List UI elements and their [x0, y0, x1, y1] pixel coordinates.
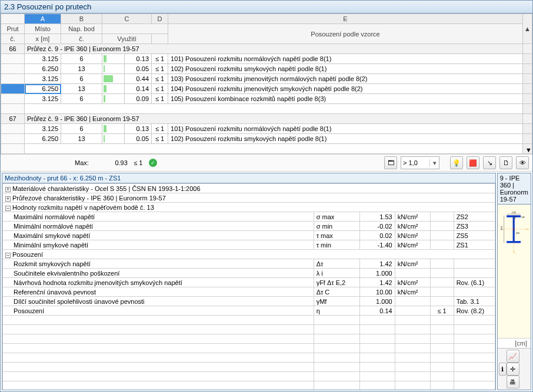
- group-row-66[interactable]: 66 Průřez č. 9 - IPE 360 | Euronorm 19-5…: [1, 44, 532, 54]
- hdr-napbod: Nap. bod: [61, 24, 102, 34]
- print-button[interactable]: 🖶: [507, 376, 519, 388]
- filter-combo[interactable]: ▾: [401, 156, 439, 169]
- detail-title: Mezihodnoty - prut 66 - x: 6.250 m - ZS1: [2, 173, 495, 183]
- cross-section-view[interactable]: y z 17.00 36.00 1.27 1.80 0.80: [498, 205, 531, 338]
- svg-text:0.80: 0.80: [516, 232, 519, 234]
- table-row[interactable]: 3.12560.13≤ 1101) Posouzení rozkmitu nor…: [1, 124, 532, 134]
- eye-button[interactable]: 👁: [516, 156, 529, 169]
- detail-row[interactable]: Dílčí součinitel spolehlivosti únavové p…: [3, 297, 495, 306]
- group-row-67[interactable]: 67 Průřez č. 9 - IPE 360 | Euronorm 19-5…: [1, 114, 532, 124]
- svg-text:1.80: 1.80: [521, 216, 525, 219]
- table-row[interactable]: 3.12560.44≤ 1103) Posouzení rozkmitu jme…: [1, 74, 532, 84]
- detail-row[interactable]: Maximální smykové napětíτ max0.02kN/cm²Z…: [3, 231, 495, 240]
- detail-row[interactable]: Rozkmit smykových napětíΔτ1.42kN/cm²: [3, 259, 495, 269]
- collapse-icon[interactable]: −: [5, 206, 11, 211]
- detail-row[interactable]: Posouzeníη0.14≤ 1Rov. (8.2): [3, 306, 495, 316]
- table-row[interactable]: 6.250130.14≤ 1104) Posouzení rozkmitu jm…: [1, 84, 532, 94]
- table-row[interactable]: 3.12560.13≤ 1101) Posouzení rozkmitu nor…: [1, 54, 532, 64]
- detail-row-stress-head[interactable]: −Hodnoty rozkmitu napětí v napěťovém bod…: [3, 203, 495, 212]
- expand-icon[interactable]: +: [5, 196, 11, 202]
- detail-row[interactable]: Minimální normálové napětíσ min-0.02kN/c…: [3, 222, 495, 231]
- col-letter-E[interactable]: E: [168, 14, 523, 24]
- detail-row[interactable]: Součinitele ekvivalentního poškozeníλ i1…: [3, 269, 495, 278]
- hdr-posouzeni: Posouzení podle vzorce: [168, 24, 523, 44]
- table-row[interactable]: 6.250130.05≤ 1102) Posouzení rozkmitu sm…: [1, 64, 532, 74]
- svg-text:z: z: [514, 252, 515, 254]
- detail-row[interactable]: Maximální normálové napětíσ max1.53kN/cm…: [3, 212, 495, 222]
- max-label: Max:: [75, 159, 89, 166]
- results-grid[interactable]: A B C D E ▲ Prut Místo Nap. bod Posouzen…: [1, 14, 532, 154]
- detail-row[interactable]: Minimální smykové napětíτ min-1.40kN/cm²…: [3, 240, 495, 250]
- col-letter-A[interactable]: A: [25, 14, 61, 24]
- goto-button[interactable]: ↘: [483, 156, 496, 169]
- table-row[interactable]: 3.12560.09≤ 1105) Posouzení kombinace ro…: [1, 94, 532, 104]
- detail-row[interactable]: Návrhová hodnota rozkmitu jmenovitých sm…: [3, 278, 495, 287]
- axes-button[interactable]: ✛: [507, 363, 519, 376]
- detail-row-section[interactable]: +Průřezové charakteristiky - IPE 360 | E…: [3, 193, 495, 203]
- show-button[interactable]: 🗋: [499, 156, 512, 169]
- table-row[interactable]: 6.250130.05≤ 1102) Posouzení rozkmitu sm…: [1, 134, 532, 144]
- svg-text:36.00: 36.00: [500, 226, 502, 230]
- cross-section-title: 9 - IPE 360 | Euronorm 19-57: [498, 173, 531, 205]
- hdr-prut: Prut: [1, 24, 25, 34]
- page-title: 2.3 Posouzení po prutech: [1, 1, 532, 14]
- collapse-icon[interactable]: −: [5, 253, 11, 258]
- detail-row-material[interactable]: +Materiálové charakteristiky - Ocel S 35…: [3, 184, 495, 193]
- units-label: [cm]: [498, 338, 531, 348]
- detail-row[interactable]: Referenční únavová pevnostΔτ C10.00kN/cm…: [3, 287, 495, 297]
- detail-row-design-head[interactable]: −Posouzení: [3, 250, 495, 259]
- col-letter-D[interactable]: D: [152, 14, 168, 24]
- hdr-misto: Místo: [25, 24, 61, 34]
- svg-text:y: y: [527, 228, 528, 230]
- ok-icon: ✓: [149, 159, 157, 167]
- expand-icon[interactable]: +: [5, 187, 11, 192]
- svg-marker-6: [526, 229, 527, 230]
- chevron-down-icon[interactable]: ▾: [429, 159, 439, 167]
- col-letter-C[interactable]: C: [102, 14, 152, 24]
- info-icon-button[interactable]: ℹ: [499, 363, 507, 376]
- svg-text:1.27: 1.27: [514, 216, 517, 219]
- filter-combo-input[interactable]: [401, 159, 429, 166]
- stress-plot-button[interactable]: 📈: [507, 350, 519, 363]
- max-value: 0.93: [92, 159, 128, 166]
- highlight-button[interactable]: 🟥: [467, 156, 479, 169]
- svg-text:17.00: 17.00: [511, 212, 515, 214]
- filter-list-button[interactable]: 🗔: [384, 156, 397, 169]
- col-letter-B[interactable]: B: [61, 14, 102, 24]
- detail-grid[interactable]: +Materiálové charakteristiky - Ocel S 35…: [2, 183, 495, 390]
- max-le: ≤ 1: [131, 159, 145, 166]
- svg-rect-9: [513, 229, 514, 230]
- info-button[interactable]: 💡: [450, 156, 463, 169]
